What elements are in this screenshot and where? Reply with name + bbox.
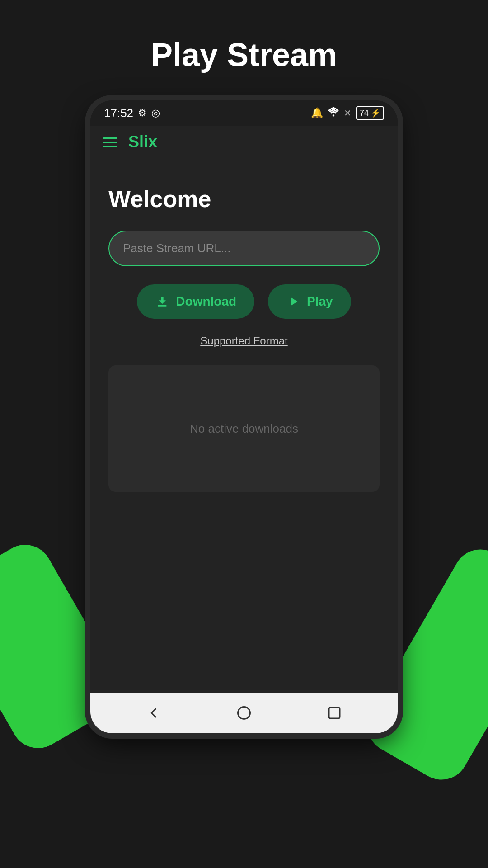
play-button[interactable]: Play	[268, 284, 351, 319]
recent-apps-button[interactable]	[321, 699, 348, 726]
wifi-icon	[328, 107, 339, 119]
svg-point-1	[238, 707, 250, 719]
signal-x-icon: ✕	[344, 108, 352, 118]
svg-rect-2	[329, 708, 340, 718]
phone-frame: 17:52 ⚙ ◎ 🔔 ✕ 74 ⚡ Slix	[90, 100, 398, 733]
play-button-label: Play	[307, 294, 333, 309]
download-button-label: Download	[176, 294, 236, 309]
download-icon	[155, 294, 169, 309]
settings-icon: ⚙	[138, 107, 147, 119]
download-button[interactable]: Download	[137, 284, 254, 319]
svg-point-0	[333, 114, 334, 116]
recording-icon: ◎	[151, 107, 160, 119]
main-content: Welcome Download Play Supported Format	[90, 158, 398, 693]
page-title: Play Stream	[151, 36, 337, 73]
play-icon	[286, 294, 300, 309]
back-button[interactable]	[140, 699, 167, 726]
app-name: Slix	[128, 132, 157, 151]
home-icon	[236, 705, 252, 721]
status-time-area: 17:52 ⚙ ◎	[104, 106, 160, 120]
url-input-container	[108, 231, 380, 266]
status-bar: 17:52 ⚙ ◎ 🔔 ✕ 74 ⚡	[90, 100, 398, 126]
supported-format-link[interactable]: Supported Format	[108, 335, 380, 347]
downloads-panel: No active downloads	[108, 365, 380, 492]
action-buttons-row: Download Play	[108, 284, 380, 319]
bell-icon: 🔔	[311, 107, 323, 119]
status-time: 17:52	[104, 106, 133, 120]
url-input[interactable]	[108, 231, 380, 266]
status-icons-right: 🔔 ✕ 74 ⚡	[311, 106, 384, 120]
no-downloads-text: No active downloads	[190, 422, 298, 436]
recent-apps-icon	[326, 705, 343, 721]
home-button[interactable]	[230, 699, 258, 726]
charging-icon: ⚡	[371, 108, 380, 118]
navigation-bar	[90, 693, 398, 733]
app-toolbar: Slix	[90, 126, 398, 158]
back-icon	[145, 705, 162, 721]
welcome-heading: Welcome	[108, 185, 380, 212]
battery-indicator: 74 ⚡	[356, 106, 384, 120]
hamburger-menu-icon[interactable]	[103, 137, 117, 147]
battery-level: 74	[360, 108, 369, 118]
